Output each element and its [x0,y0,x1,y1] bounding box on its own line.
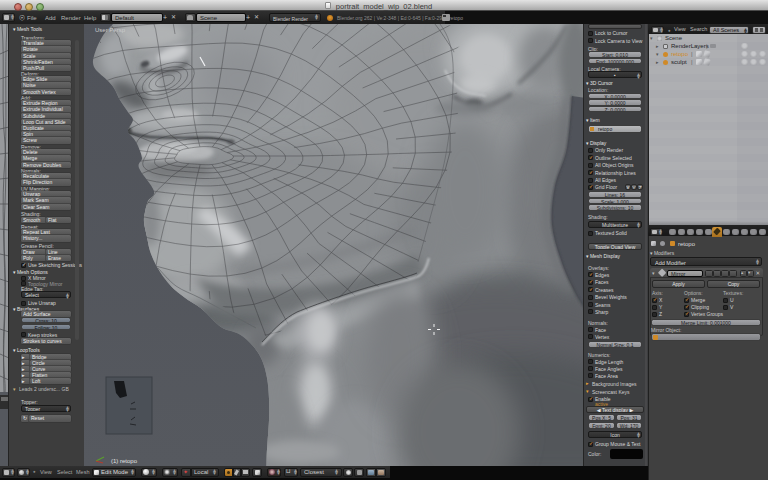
svg-text:User Persp: User Persp [95,27,126,33]
svg-text:(1) retopo: (1) retopo [111,458,138,464]
